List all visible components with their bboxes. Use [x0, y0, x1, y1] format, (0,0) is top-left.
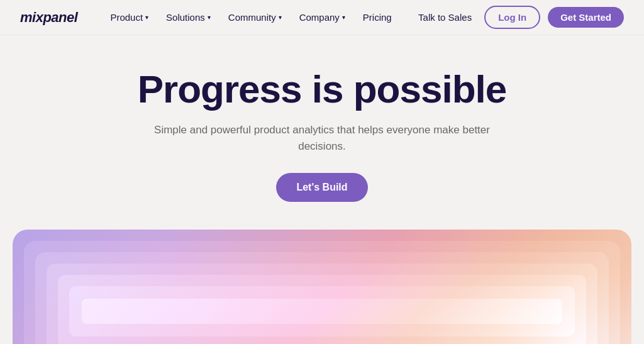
nav-links: Product ▾ Solutions ▾ Community ▾ Compan…	[103, 8, 413, 26]
talk-to-sales-link[interactable]: Talk to Sales	[413, 8, 477, 26]
nav-actions: Talk to Sales Log In Get Started	[413, 6, 624, 29]
nav-label-pricing: Pricing	[363, 12, 392, 23]
nav-item-community[interactable]: Community ▾	[221, 8, 289, 26]
hero-subtitle: Simple and powerful product analytics th…	[146, 122, 498, 154]
hero-visual	[0, 230, 644, 344]
nav-label-community: Community	[228, 12, 276, 23]
hero-section: Progress is possible Simple and powerful…	[0, 35, 644, 230]
chevron-down-icon: ▾	[279, 14, 282, 21]
nav-item-solutions[interactable]: Solutions ▾	[158, 8, 218, 26]
chevron-down-icon: ▾	[208, 14, 211, 21]
logo[interactable]: mixpanel	[20, 9, 77, 26]
chevron-down-icon: ▾	[342, 14, 345, 21]
hero-title: Progress is possible	[138, 68, 506, 111]
lets-build-button[interactable]: Let's Build	[276, 173, 367, 202]
nav-item-product[interactable]: Product ▾	[103, 8, 156, 26]
visual-layer-6	[82, 299, 562, 324]
chevron-down-icon: ▾	[145, 14, 148, 21]
navbar: mixpanel Product ▾ Solutions ▾ Community…	[0, 0, 644, 35]
nav-label-company: Company	[299, 12, 340, 23]
login-button[interactable]: Log In	[484, 6, 540, 29]
nav-label-product: Product	[110, 12, 143, 23]
nav-item-pricing[interactable]: Pricing	[355, 8, 399, 26]
nav-label-solutions: Solutions	[166, 12, 205, 23]
get-started-button[interactable]: Get Started	[548, 7, 624, 28]
visual-background	[13, 230, 631, 344]
nav-item-company[interactable]: Company ▾	[292, 8, 353, 26]
